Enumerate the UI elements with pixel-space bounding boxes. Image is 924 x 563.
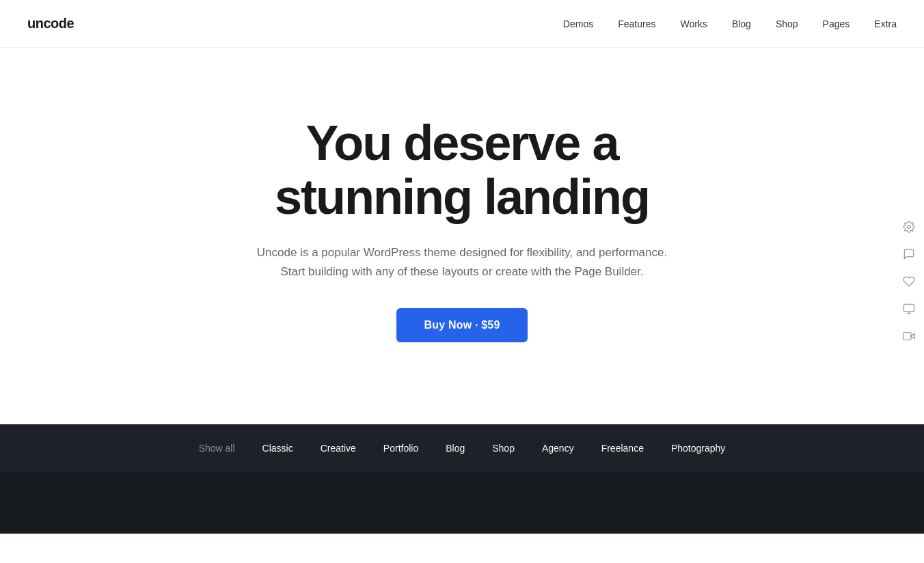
filter-photography[interactable]: Photography — [671, 440, 725, 456]
filter-agency[interactable]: Agency — [542, 440, 574, 456]
filter-show-all[interactable]: Show all — [199, 440, 235, 456]
svg-rect-1 — [904, 304, 914, 312]
buy-now-button[interactable]: Buy Now · $59 — [396, 308, 527, 342]
hero-title-line2: stunning landing — [275, 169, 649, 224]
svg-point-0 — [908, 225, 911, 229]
nav-item-features[interactable]: Features — [618, 18, 655, 29]
filter-shop[interactable]: Shop — [492, 440, 515, 456]
hero-section: You deserve a stunning landing Uncode is… — [0, 48, 924, 424]
hero-subtitle-line2: Start building with any of these layouts… — [280, 265, 643, 278]
nav-item-extra[interactable]: Extra — [874, 18, 897, 29]
header: uncode Demos Features Works Blog Shop Pa… — [0, 0, 924, 48]
comment-icon[interactable] — [897, 242, 921, 266]
gear-icon[interactable] — [897, 215, 921, 239]
hero-title: You deserve a stunning landing — [275, 116, 649, 224]
heart-icon[interactable] — [897, 269, 921, 294]
nav-item-shop[interactable]: Shop — [776, 18, 798, 29]
nav-item-demos[interactable]: Demos — [563, 18, 593, 29]
svg-rect-5 — [903, 333, 911, 340]
monitor-icon[interactable] — [897, 297, 921, 321]
svg-marker-4 — [911, 333, 914, 339]
filter-freelance[interactable]: Freelance — [601, 440, 644, 456]
nav-item-works[interactable]: Works — [680, 18, 707, 29]
hero-title-line1: You deserve a — [306, 115, 619, 170]
filter-bar: Show all Classic Creative Portfolio Blog… — [0, 424, 924, 472]
hero-subtitle-line1: Uncode is a popular WordPress theme desi… — [257, 246, 667, 259]
filter-portfolio[interactable]: Portfolio — [383, 440, 418, 456]
nav-item-pages[interactable]: Pages — [823, 18, 850, 29]
filter-creative[interactable]: Creative — [321, 440, 356, 456]
logo[interactable]: uncode — [27, 16, 74, 31]
video-icon[interactable] — [897, 324, 921, 348]
filter-classic[interactable]: Classic — [262, 440, 293, 456]
sidebar-icons — [894, 209, 924, 354]
hero-subtitle: Uncode is a popular WordPress theme desi… — [257, 243, 667, 280]
nav-item-blog[interactable]: Blog — [732, 18, 751, 29]
main-nav: Demos Features Works Blog Shop Pages Ext… — [563, 18, 897, 29]
filter-blog[interactable]: Blog — [446, 440, 465, 456]
dark-bottom-section — [0, 472, 924, 534]
